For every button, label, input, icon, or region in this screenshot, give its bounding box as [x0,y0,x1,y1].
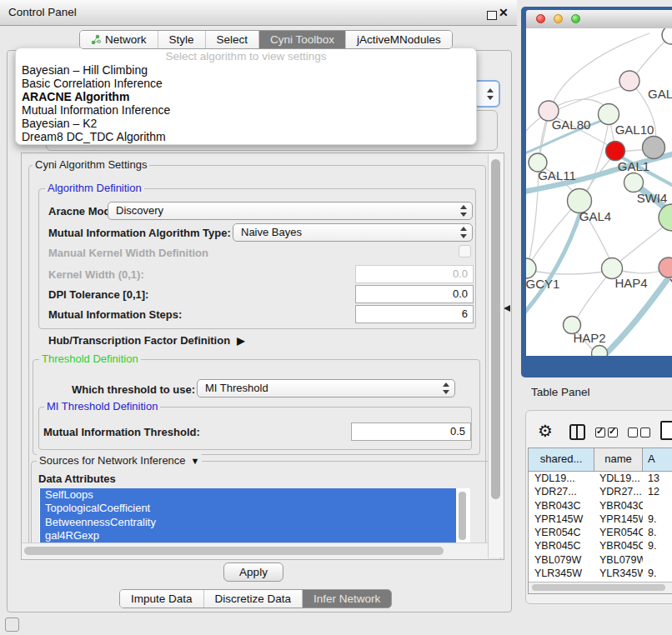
column-header[interactable]: A [643,448,672,471]
table-cell: YBR043C [529,499,594,512]
network-node-gal10[interactable] [599,104,619,125]
table-cell: 9. [643,539,672,552]
network-window-titlebar[interactable] [526,10,672,29]
gear-icon[interactable]: ⚙ [538,421,553,441]
tab-label: Style [169,33,194,46]
algorithm-dropdown-popup: Select algorithm to view settings Bayesi… [15,48,477,145]
network-view-window[interactable]: GALGAL80GAL10GAL1GAL11SWI4GAL4GCY1HAP4YH… [521,7,672,378]
table-panel-title: Table Panel [531,386,590,398]
node-label: HAP2 [573,331,605,345]
table-cell [643,553,672,567]
minimize-traffic-light[interactable] [554,14,563,23]
algorithm-option[interactable]: Mutual Information Inference [19,103,473,117]
node-attribute-table: shared...nameA YDL19...YDL19...13YDR27..… [528,448,672,594]
group-title: Cyni Algorithm Settings [33,158,149,171]
algorithm-option[interactable]: Basic Correlation Inference [19,77,473,90]
aracne-mode-combobox[interactable]: Discovery [108,202,473,220]
scrollbar-thumb[interactable] [491,159,500,499]
algorithm-option[interactable]: Bayesian – Hill Climbing [19,63,473,77]
table-cell: YBL079W [594,553,643,567]
collapsed-arrow-icon: ▶ [237,335,244,347]
network-node-gal[interactable] [619,71,639,91]
network-node-swi4[interactable] [624,173,644,192]
table-cell: YLR345W [594,567,643,580]
network-edge [614,223,668,266]
checked-checkbox-icon[interactable] [595,428,605,438]
table-row[interactable]: YBL079WYBL079W [529,553,672,567]
mi-threshold-field[interactable]: 0.5 [351,422,471,441]
dpi-tolerance-field[interactable]: 0.0 [355,285,474,303]
attribute-list-item[interactable]: SelfLoops [40,488,456,502]
mi-steps-field[interactable]: 6 [355,305,474,323]
table-row[interactable]: YER054CYER054C8. [529,526,672,539]
table-row[interactable]: YLR345WYLR345W9. [529,567,672,580]
table-cell: YDR27... [594,485,643,498]
network-node[interactable] [662,28,672,44]
node-label: GAL [648,87,672,101]
algorithm-option[interactable]: Dream8 DC_TDC Algorithm [19,130,473,143]
apply-button[interactable]: Apply [223,562,283,582]
network-node-y[interactable] [659,258,672,278]
tab-select[interactable]: Select [205,31,259,48]
network-node[interactable] [643,137,665,159]
network-node-gal1[interactable] [606,142,625,161]
table-horizontal-scrollbar[interactable] [529,582,672,593]
close-icon[interactable]: ✕ [499,6,509,19]
sources-toggle[interactable]: Sources for Network Inference▼ [37,454,202,467]
settings-vertical-scrollbar[interactable] [488,154,504,558]
zoom-traffic-light[interactable] [571,14,580,23]
table-cell [643,499,672,512]
attribute-list-item[interactable]: BetweennessCentrality [40,516,456,529]
algorithm-option[interactable]: ARACNE Algorithm [19,90,473,103]
unchecked-checkbox-icon[interactable] [628,428,638,438]
combo-stepper-icon [487,88,494,100]
column-header[interactable]: name [594,448,643,471]
table-row[interactable]: YPR145WYPR145W9. [529,512,672,526]
tab-label: Network [105,33,147,46]
split-columns-icon[interactable] [569,424,585,440]
settings-horizontal-scrollbar[interactable] [22,542,488,559]
checked-checkbox-icon[interactable] [608,428,618,438]
network-node-gcy1[interactable] [526,258,536,278]
which-threshold-combobox[interactable]: MI Threshold [197,379,455,398]
tab-impute-data[interactable]: Impute Data [120,590,203,608]
combo-stepper-icon [460,205,468,217]
table-body: YDL19...YDL19...13YDR27...YDR27...12YBR0… [529,472,672,594]
algorithm-option[interactable]: Bayesian – K2 [19,117,473,130]
tab-style[interactable]: Style [158,31,205,48]
network-edge [529,270,609,274]
table-row[interactable]: YDL19...YDL19...13 [529,472,672,485]
tab-discretize-data[interactable]: Discretize Data [203,590,303,608]
panel-dock-icon[interactable] [5,618,19,632]
column-header[interactable]: shared... [529,448,594,471]
table-cell: 13 [643,472,672,485]
scrollbar-thumb[interactable] [24,547,444,555]
list-scrollbar[interactable] [459,492,466,540]
scrollbar-thumb[interactable] [532,584,665,591]
node-label: GAL1 [618,159,649,173]
kernel-width-field[interactable]: 0.0 [355,265,474,283]
table-row[interactable]: YDR27...YDR27...12 [529,485,672,498]
hub-definition-toggle[interactable]: Hub/Transcription Factor Definition▶ [48,334,244,347]
attribute-list-item[interactable]: TopologicalCoefficient [40,502,456,515]
tab-cyni-toolbox[interactable]: Cyni Toolbox [258,31,345,48]
float-window-icon[interactable] [487,11,497,20]
tab-jactivemnodules[interactable]: jActiveMNodules [345,31,452,48]
attribute-list-item[interactable]: gal4RGexp [40,529,456,542]
document-icon[interactable] [660,421,672,440]
close-traffic-light[interactable] [536,14,545,23]
unchecked-checkbox-icon[interactable] [640,428,650,438]
tab-infer-network[interactable]: Infer Network [302,590,391,608]
table-cell: YER054C [594,526,643,539]
tab-network[interactable]: Network [80,31,158,48]
network-node[interactable] [592,346,608,357]
table-row[interactable]: YBR045CYBR045C9. [529,539,672,552]
application-window: Control Panel ✕ NetworkStyleSelectCyni T… [0,0,672,635]
manual-kernel-checkbox[interactable] [459,245,471,258]
node-label: GAL4 [579,209,611,223]
node-label: GAL10 [615,122,654,137]
table-cell: 8. [643,526,672,539]
network-canvas[interactable]: GALGAL80GAL10GAL1GAL11SWI4GAL4GCY1HAP4YH… [526,28,672,356]
mi-type-combobox[interactable]: Naive Bayes [233,223,473,242]
table-row[interactable]: YBR043CYBR043C [529,499,672,512]
